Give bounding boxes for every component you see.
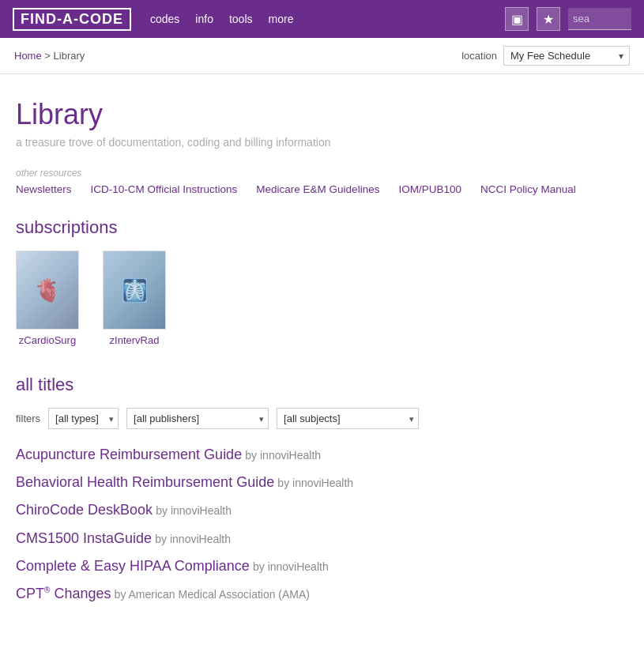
title-chirocode-by: by innoviHealth <box>156 504 232 517</box>
publisher-filter[interactable]: [all publishers] <box>126 408 269 429</box>
title-item: Acupuncture Reimbursement Guide by innov… <box>16 445 628 465</box>
title-cpt[interactable]: CPT® Changes <box>16 586 111 601</box>
other-resources-label: other resources <box>16 168 628 179</box>
subscription-zcardiosurg[interactable]: 🫀 zCardioSurg <box>16 251 79 346</box>
title-item: Complete & Easy HIPAA Compliance by inno… <box>16 556 628 576</box>
filters-row: filters [all types] [all publishers] [al… <box>16 408 628 429</box>
subject-filter-wrap: [all subjects] <box>277 408 419 429</box>
breadcrumb-bar: Home > Library location My Fee Schedule <box>0 38 644 74</box>
location-select-wrapper: My Fee Schedule <box>503 46 630 66</box>
book-label-zcardiosurg: zCardioSurg <box>19 334 76 346</box>
title-hipaa[interactable]: Complete & Easy HIPAA Compliance <box>16 558 250 574</box>
nav-codes[interactable]: codes <box>150 13 179 25</box>
all-titles-title: all titles <box>16 375 628 395</box>
book-cover-zintervrad: 🩻 <box>103 251 166 330</box>
title-cms1500[interactable]: CMS1500 InstaGuide <box>16 530 152 546</box>
title-behavioral[interactable]: Behavioral Health Reimbursement Guide <box>16 474 274 490</box>
other-resources-section: other resources Newsletters ICD-10-CM Of… <box>16 168 628 195</box>
resource-medicare-em[interactable]: Medicare E&M Guidelines <box>256 183 379 195</box>
title-item: CMS1500 InstaGuide by innoviHealth <box>16 529 628 548</box>
resource-ncci[interactable]: NCCI Policy Manual <box>480 183 576 195</box>
book-label-zintervrad: zIntervRad <box>110 334 160 346</box>
resource-icd10[interactable]: ICD-10-CM Official Instructions <box>91 183 238 195</box>
page-subtitle: a treasure trove of documentation, codin… <box>16 136 628 149</box>
type-filter[interactable]: [all types] <box>48 408 119 429</box>
breadcrumb-current: Library <box>54 50 85 62</box>
type-filter-wrap: [all types] <box>48 408 119 429</box>
title-hipaa-by: by innoviHealth <box>253 560 329 573</box>
resource-iom[interactable]: IOM/PUB100 <box>398 183 461 195</box>
breadcrumb-home[interactable]: Home <box>14 50 42 62</box>
title-item: CPT® Changes by American Medical Associa… <box>16 584 628 604</box>
header-icon-bookmark[interactable]: ★ <box>537 7 560 31</box>
main-nav: codes info tools more <box>150 13 293 25</box>
title-item: ChiroCode DeskBook by innoviHealth <box>16 500 628 520</box>
title-acupuncture-by: by innoviHealth <box>245 449 321 462</box>
other-resources-links: Newsletters ICD-10-CM Official Instructi… <box>16 183 628 195</box>
title-item: Behavioral Health Reimbursement Guide by… <box>16 473 628 492</box>
breadcrumb-separator: > <box>44 50 53 62</box>
book-figure-1: 🫀 <box>34 277 62 303</box>
title-list: Acupuncture Reimbursement Guide by innov… <box>16 445 628 604</box>
nav-more[interactable]: more <box>269 13 294 25</box>
header-icon-page[interactable]: ▣ <box>505 7 529 31</box>
subscription-zintervrad[interactable]: 🩻 zIntervRad <box>103 251 166 346</box>
cpt-sup: ® <box>44 586 50 594</box>
filters-label: filters <box>16 413 40 424</box>
subscriptions-grid: 🫀 zCardioSurg 🩻 zIntervRad <box>16 251 628 346</box>
title-cpt-by: by American Medical Association (AMA) <box>115 588 310 601</box>
search-input[interactable] <box>568 8 631 30</box>
main-header: FIND-A-CODE codes info tools more ▣ ★ <box>0 0 644 38</box>
title-acupuncture[interactable]: Acupuncture Reimbursement Guide <box>16 447 242 462</box>
breadcrumb: Home > Library <box>14 50 85 62</box>
subject-filter[interactable]: [all subjects] <box>277 408 419 429</box>
location-label: location <box>461 50 497 62</box>
publisher-filter-wrap: [all publishers] <box>126 408 269 429</box>
page-title: Library <box>16 98 628 131</box>
subscriptions-section: subscriptions 🫀 zCardioSurg 🩻 zIntervRad <box>16 217 628 346</box>
location-select[interactable]: My Fee Schedule <box>503 46 630 66</box>
logo[interactable]: FIND-A-CODE <box>13 8 131 31</box>
all-titles-section: all titles filters [all types] [all publ… <box>16 375 628 604</box>
location-selector: location My Fee Schedule <box>461 46 630 66</box>
subscriptions-title: subscriptions <box>16 217 628 238</box>
nav-info[interactable]: info <box>195 13 213 25</box>
title-chirocode[interactable]: ChiroCode DeskBook <box>16 502 153 518</box>
main-content: Library a treasure trove of documentatio… <box>0 74 644 628</box>
book-figure-2: 🩻 <box>121 277 149 303</box>
header-right: ▣ ★ <box>505 7 631 31</box>
resource-newsletters[interactable]: Newsletters <box>16 183 72 195</box>
title-behavioral-by: by innoviHealth <box>277 477 353 489</box>
nav-tools[interactable]: tools <box>229 13 253 25</box>
title-cms1500-by: by innoviHealth <box>155 533 231 545</box>
book-cover-zcardiosurg: 🫀 <box>16 251 79 330</box>
